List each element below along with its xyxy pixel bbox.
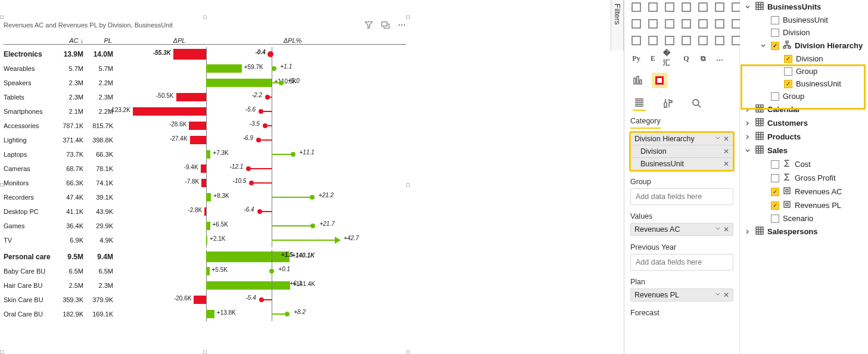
data-row[interactable]: Games36.4K29.9K+6.5K+21.7 <box>4 219 406 233</box>
data-row[interactable]: Recorders47.4K39.1K+8.3K+21.2 <box>4 190 406 204</box>
data-row[interactable]: Desktop PC41.1K43.9K-2.8K-6.4 <box>4 204 406 219</box>
pill-division-hierarchy[interactable]: Division Hierarchy ✕ <box>631 133 733 145</box>
viz-arcgis-icon[interactable] <box>679 17 693 31</box>
well-plan[interactable]: Revenues PL ✕ <box>630 288 733 302</box>
viz-python-icon[interactable] <box>696 33 710 48</box>
field-scenario[interactable]: Scenario <box>743 212 864 225</box>
data-row[interactable]: Speakers2.3M2.2M+110.5K+5.0 <box>4 76 406 90</box>
format-tab-icon[interactable] <box>661 95 674 111</box>
checkbox[interactable] <box>784 55 792 63</box>
viz-table-icon[interactable] <box>629 33 643 48</box>
viz-stacked-bar-icon[interactable] <box>629 0 643 14</box>
focus-mode-icon[interactable] <box>381 21 390 29</box>
viz-gauge-icon[interactable] <box>696 17 710 31</box>
remove-icon[interactable]: ✕ <box>721 291 729 299</box>
checkbox[interactable] <box>771 92 779 101</box>
well-category[interactable]: Division Hierarchy ✕ Division ✕ Business… <box>630 132 733 170</box>
more-options-icon[interactable]: ··· <box>398 21 406 29</box>
viz-matrix-icon[interactable] <box>646 33 660 48</box>
field-revenues-pl[interactable]: Revenues PL <box>743 198 864 212</box>
checkbox[interactable] <box>771 215 779 223</box>
pill-division[interactable]: Division ✕ <box>631 145 733 158</box>
checkbox[interactable] <box>771 16 779 24</box>
checkbox[interactable] <box>771 160 779 169</box>
viz-paginated-visual-icon[interactable]: ⧉ <box>696 51 710 66</box>
filter-icon[interactable] <box>365 21 373 29</box>
field-group[interactable]: Group <box>743 65 864 77</box>
chart-visual[interactable]: Revenues AC and Revenues PL by Division,… <box>4 19 406 350</box>
viz-python-visual-icon[interactable]: Py <box>629 51 643 66</box>
group-total-row[interactable]: Personal care9.5M9.4M+140.1K+1.5 <box>4 250 406 264</box>
custom-visual-2-icon[interactable] <box>652 73 667 88</box>
group-total-row[interactable]: Electronics13.9M14.0M-55.3K-0.4 <box>4 47 406 61</box>
data-row[interactable]: Accessories787.1K815.7K-28.6K-3.5 <box>4 119 406 133</box>
well-group[interactable]: Add data fields here <box>630 188 733 205</box>
field-businessunit[interactable]: BusinessUnit <box>743 77 864 90</box>
field-table-sales[interactable]: Sales <box>743 144 864 157</box>
viz-shape-map-icon[interactable] <box>662 17 677 31</box>
viz-area-icon[interactable] <box>696 0 710 14</box>
viz-flow-visual-icon[interactable]: �汇 <box>662 51 677 66</box>
remove-icon[interactable]: ✕ <box>721 160 729 168</box>
field-table-salespersons[interactable]: Salespersons <box>743 225 864 238</box>
pill-businessunit[interactable]: BusinessUnit ✕ <box>631 158 733 170</box>
viz-qna-visual-icon[interactable]: Q <box>679 51 693 66</box>
col-header-pl[interactable]: PL <box>87 37 117 44</box>
viz-line-icon[interactable] <box>679 0 693 14</box>
custom-visual-1-icon[interactable] <box>630 73 646 88</box>
data-row[interactable]: TV6.9K4.9K+2.1K+42.7 <box>4 233 406 247</box>
checkbox[interactable] <box>771 201 779 210</box>
col-header-ac[interactable]: AC ↓ <box>57 37 87 44</box>
field-cost[interactable]: Cost <box>743 157 864 171</box>
data-row[interactable]: Hair Care BU2.5M2.3M+141.4K+6.1 <box>4 278 406 293</box>
field-table-customers[interactable]: Customers <box>743 116 864 130</box>
checkbox[interactable] <box>771 174 779 182</box>
well-prevyear[interactable]: Add data fields here <box>630 254 733 271</box>
field-table-businessunits[interactable]: BusinessUnits <box>743 0 864 14</box>
viz-clustered-bar-icon[interactable] <box>646 0 660 14</box>
checkbox[interactable] <box>771 29 779 37</box>
pill-revenues-pl[interactable]: Revenues PL ✕ <box>631 289 733 301</box>
fields-tab-icon[interactable] <box>633 95 646 111</box>
viz-get-more-visuals-icon[interactable]: … <box>713 51 727 66</box>
viz-card-icon[interactable] <box>713 17 727 31</box>
field-table-calendar[interactable]: Calendar <box>743 103 864 116</box>
pill-revenues-ac[interactable]: Revenues AC ✕ <box>631 223 733 235</box>
data-row[interactable]: Baby Care BU6.5M6.5M+5.5K+0.1 <box>4 264 406 278</box>
data-row[interactable]: Lighting371.4K398.8K-27.4K-6.9 <box>4 133 406 147</box>
data-row[interactable]: Wearables5.7M5.7M+59.7K+1.1 <box>4 61 406 76</box>
viz-stacked-column-icon[interactable] <box>662 0 677 14</box>
viz-filled-map-icon[interactable] <box>646 17 660 31</box>
data-row[interactable]: Monitors66.3K74.1K-7.8K-10.5 <box>4 176 406 190</box>
data-row[interactable]: Laptops73.7K66.3K+7.3K+11.1 <box>4 147 406 162</box>
well-values[interactable]: Revenues AC ✕ <box>630 223 733 236</box>
checkbox[interactable] <box>771 42 779 50</box>
analytics-tab-icon[interactable] <box>690 95 703 111</box>
field-table-products[interactable]: Products <box>743 130 864 144</box>
data-row[interactable]: Cameras68.7K78.1K-9.4K-12.1 <box>4 162 406 176</box>
remove-icon[interactable]: ✕ <box>721 135 729 143</box>
viz-ribbon-icon[interactable] <box>713 0 727 14</box>
field-businessunit[interactable]: BusinessUnit <box>743 14 864 26</box>
viz-map-icon[interactable] <box>629 17 643 31</box>
viz-key-influencers-icon[interactable] <box>713 33 727 48</box>
field-division[interactable]: Division <box>743 26 864 39</box>
field-division-hierarchy[interactable]: Division Hierarchy <box>743 39 864 52</box>
data-row[interactable]: Oral Care BU182.9K169.1K+13.8K+8.2 <box>4 307 406 321</box>
field-gross-profit[interactable]: Gross Profit <box>743 171 864 185</box>
field-revenues-ac[interactable]: Revenues AC <box>743 185 864 198</box>
checkbox[interactable] <box>784 80 792 88</box>
checkbox[interactable] <box>784 67 792 76</box>
filters-pane-collapsed[interactable]: Filters <box>611 0 624 51</box>
data-row[interactable]: Skin Care BU359.3K379.9K-20.6K-5.4 <box>4 293 406 307</box>
field-group[interactable]: Group <box>743 90 864 103</box>
viz-e-visual-icon[interactable]: E <box>646 51 660 66</box>
data-row[interactable]: Tablets2.3M2.3M-50.5K-2.2 <box>4 90 406 104</box>
viz-multi-row-icon[interactable] <box>662 33 677 48</box>
checkbox[interactable] <box>771 188 779 196</box>
remove-icon[interactable]: ✕ <box>721 225 729 234</box>
remove-icon[interactable]: ✕ <box>721 147 729 156</box>
field-division[interactable]: Division <box>743 52 864 65</box>
viz-r-visual-icon[interactable] <box>679 33 693 48</box>
data-row[interactable]: Smartphones2.1M2.2M-123.2K-5.6 <box>4 104 406 119</box>
